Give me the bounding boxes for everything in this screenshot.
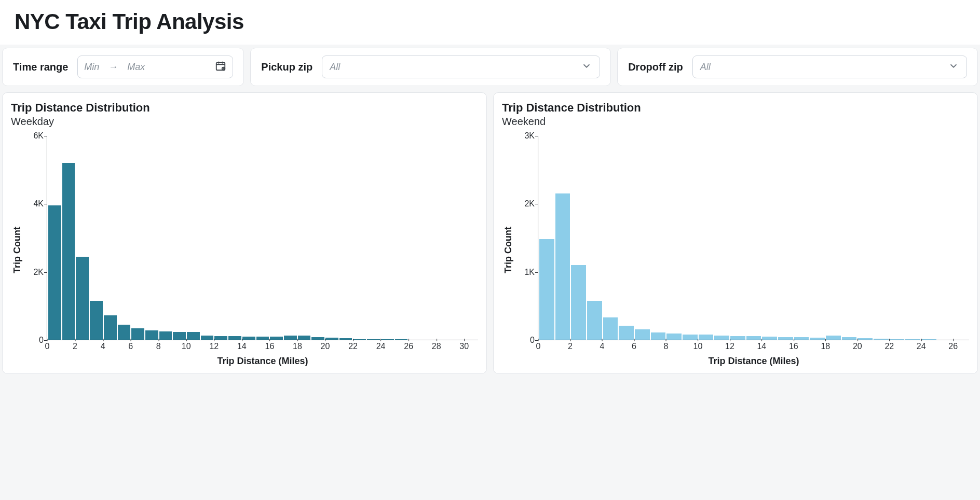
chart-card-weekend: Trip Distance Distribution Weekend Trip … <box>493 92 978 374</box>
chart-bar <box>201 336 214 340</box>
time-range-max[interactable]: Max <box>127 62 145 73</box>
chart-bar <box>921 339 936 340</box>
filter-label-pickup-zip: Pickup zip <box>261 61 312 73</box>
chart-xtick: 14 <box>237 342 247 351</box>
chart-bar <box>810 338 825 340</box>
chart-bar <box>666 334 682 340</box>
chart-area-weekend: Trip Count01K2K3K02468101214161820222426… <box>502 131 969 369</box>
chart-title: Trip Distance Distribution <box>11 101 478 115</box>
chart-bar <box>571 265 586 340</box>
chart-xtick: 4 <box>600 342 605 351</box>
chart-bar <box>603 317 618 340</box>
chart-bar <box>905 339 920 340</box>
chart-xtick: 18 <box>821 342 830 351</box>
chart-yaxis: 01K2K3K <box>515 131 538 369</box>
chart-xaxis: 02468101214161820222426 <box>538 342 969 352</box>
chart-bar <box>395 339 408 340</box>
chart-bar <box>683 335 698 340</box>
chart-bar <box>874 339 889 340</box>
dropoff-zip-select[interactable]: All <box>692 55 967 78</box>
chart-xtick: 28 <box>432 342 441 351</box>
chart-bar <box>325 338 338 340</box>
chart-xtick: 4 <box>101 342 105 351</box>
chart-bar <box>367 339 380 340</box>
filter-label-dropoff-zip: Dropoff zip <box>628 61 683 73</box>
chart-bar <box>256 337 269 340</box>
chart-xtick: 30 <box>459 342 469 351</box>
filter-pickup-zip: Pickup zip All <box>250 48 611 86</box>
chart-xtick: 8 <box>663 342 668 351</box>
chart-ytick: 6K <box>33 131 44 141</box>
chart-bar <box>311 337 324 340</box>
chart-xtick: 0 <box>45 342 50 351</box>
chart-xtick: 16 <box>265 342 274 351</box>
dropoff-zip-value: All <box>700 62 711 73</box>
chart-bar <box>118 325 131 340</box>
chart-xtick: 6 <box>128 342 133 351</box>
chart-ylabel: Trip Count <box>11 227 24 273</box>
chart-bar <box>48 205 61 340</box>
chart-bar <box>635 329 650 340</box>
chart-bar <box>159 331 172 340</box>
chart-xtick: 26 <box>404 342 413 351</box>
chart-xtick: 2 <box>73 342 77 351</box>
chart-bar <box>353 339 366 340</box>
chart-subtitle: Weekday <box>11 116 478 128</box>
chart-bar <box>339 338 352 340</box>
chart-bar <box>381 339 394 340</box>
chart-bar <box>778 337 793 340</box>
chart-bar <box>104 315 117 340</box>
chart-xtick: 14 <box>757 342 766 351</box>
chart-bar <box>857 338 873 340</box>
chart-xtick: 8 <box>156 342 161 351</box>
chart-xtick: 16 <box>789 342 798 351</box>
filter-label-time-range: Time range <box>13 61 68 73</box>
chart-xtick: 12 <box>209 342 219 351</box>
filter-bar: Time range Min → Max Pickup zip All <box>0 48 980 86</box>
chevron-down-icon <box>948 60 959 74</box>
chart-bar <box>746 336 761 340</box>
chart-ytick: 3K <box>524 131 535 141</box>
chart-ytick: 0 <box>530 336 535 345</box>
chart-bar <box>145 330 158 340</box>
time-range-min[interactable]: Min <box>84 62 99 73</box>
chart-plot: 024681012141618202224262830Trip Distance… <box>47 136 478 340</box>
chart-ytick: 0 <box>39 336 44 345</box>
chart-xlabel: Trip Distance (Miles) <box>47 356 478 367</box>
chart-bar <box>270 337 283 340</box>
chart-ytick: 1K <box>524 268 535 277</box>
pickup-zip-select[interactable]: All <box>322 55 600 78</box>
chart-card-weekday: Trip Distance Distribution Weekday Trip … <box>2 92 487 374</box>
chart-bar <box>62 163 75 340</box>
chart-xtick: 10 <box>693 342 703 351</box>
chart-bar <box>187 332 200 340</box>
chart-ytick: 2K <box>33 268 44 277</box>
pickup-zip-value: All <box>330 62 340 73</box>
chart-xlabel: Trip Distance (Miles) <box>538 356 969 367</box>
calendar-icon[interactable] <box>215 60 226 74</box>
chart-ytick: 2K <box>524 199 535 209</box>
chart-bar <box>714 336 729 340</box>
chart-xtick: 12 <box>725 342 734 351</box>
chart-xtick: 18 <box>293 342 302 351</box>
chart-xtick: 22 <box>348 342 358 351</box>
chart-xtick: 20 <box>321 342 330 351</box>
chart-bar <box>826 336 841 340</box>
chart-xtick: 26 <box>948 342 958 351</box>
chart-xtick: 20 <box>853 342 862 351</box>
chart-bar <box>762 337 777 340</box>
chart-yaxis: 02K4K6K <box>24 131 47 369</box>
chart-bar <box>890 339 905 340</box>
chart-bars <box>538 136 969 340</box>
chart-bar <box>298 336 311 340</box>
chart-bar <box>699 335 714 340</box>
charts-row: Trip Distance Distribution Weekday Trip … <box>0 92 980 374</box>
chart-bars <box>47 136 478 340</box>
page-title: NYC Taxi Trip Analysis <box>0 0 980 45</box>
chart-bar <box>284 336 297 340</box>
chart-xtick: 22 <box>884 342 894 351</box>
chart-bar <box>173 332 186 340</box>
chart-xtick: 24 <box>917 342 926 351</box>
time-range-input[interactable]: Min → Max <box>77 55 233 78</box>
chart-xtick: 2 <box>568 342 573 351</box>
